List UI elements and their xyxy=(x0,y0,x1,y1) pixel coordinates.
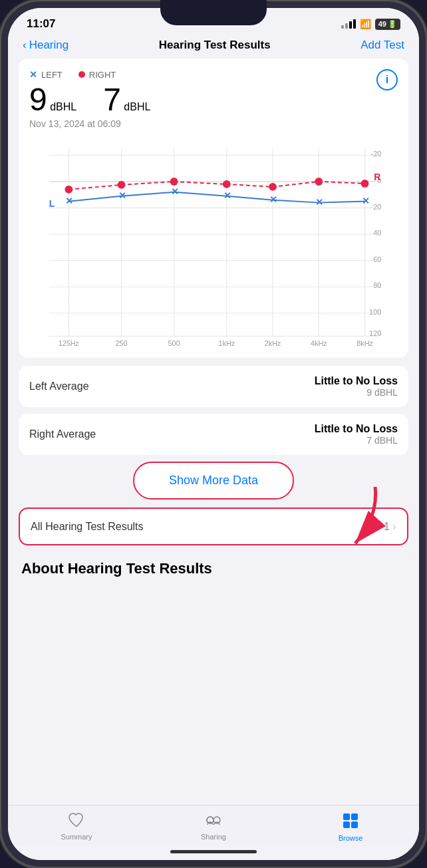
phone-screen: 11:07 📶 49 🔋 ‹ Hearing H xyxy=(8,8,419,860)
about-section: About Hearing Test Results xyxy=(19,553,408,577)
legend-right-label: RIGHT xyxy=(89,70,116,80)
nav-back-label: Hearing xyxy=(29,39,69,52)
about-title: About Hearing Test Results xyxy=(21,560,406,577)
add-test-button[interactable]: Add Test xyxy=(360,39,404,52)
legend: ✕ LEFT RIGHT xyxy=(29,69,398,80)
svg-text:80: 80 xyxy=(373,281,381,289)
svg-text:✕: ✕ xyxy=(223,190,231,201)
svg-point-30 xyxy=(65,186,72,194)
right-average-row: Right Average Little to No Loss 7 dBHL xyxy=(19,414,408,455)
tab-bar: Summary Sharing xyxy=(8,805,419,846)
chart-svg: -20 0 20 40 60 80 100 120 xyxy=(29,134,398,347)
wifi-icon: 📶 xyxy=(360,19,371,29)
status-icons: 📶 49 🔋 xyxy=(341,19,400,30)
notch xyxy=(160,0,267,25)
info-button[interactable]: i xyxy=(376,69,398,90)
left-value-group: 9 dBHL xyxy=(29,84,76,116)
legend-left-label: LEFT xyxy=(41,70,63,80)
tab-browse-label: Browse xyxy=(339,834,363,842)
svg-text:✕: ✕ xyxy=(118,190,126,201)
tab-browse[interactable]: Browse xyxy=(282,812,419,842)
scroll-content: ✕ LEFT RIGHT 9 dBHL 7 xyxy=(8,59,419,805)
legend-right: RIGHT xyxy=(78,69,116,80)
heart-icon xyxy=(68,812,85,831)
right-dot-icon xyxy=(78,71,85,78)
svg-point-34 xyxy=(269,183,277,191)
left-avg-values: Little to No Loss 9 dBHL xyxy=(315,375,398,398)
svg-text:L: L xyxy=(49,198,55,209)
tab-sharing[interactable]: Sharing xyxy=(145,812,282,841)
values-row: 9 dBHL 7 dBHL xyxy=(29,84,398,116)
svg-text:125Hz: 125Hz xyxy=(59,339,80,347)
right-unit: dBHL xyxy=(124,101,150,112)
browse-icon xyxy=(342,812,359,832)
all-results-label: All Hearing Test Results xyxy=(31,521,144,533)
svg-text:100: 100 xyxy=(369,308,381,316)
left-marker-icon: ✕ xyxy=(29,69,37,80)
svg-text:60: 60 xyxy=(373,255,381,263)
right-avg-status: Little to No Loss xyxy=(315,423,398,435)
left-unit: dBHL xyxy=(50,101,76,112)
signal-icon xyxy=(341,19,356,29)
tab-summary[interactable]: Summary xyxy=(8,812,145,841)
right-value: 7 xyxy=(103,82,121,117)
svg-text:R: R xyxy=(374,172,380,182)
svg-text:✕: ✕ xyxy=(269,194,277,205)
svg-text:1kHz: 1kHz xyxy=(218,339,235,347)
right-avg-label: Right Average xyxy=(29,428,96,440)
right-avg-num: 7 dBHL xyxy=(315,435,398,446)
chevron-left-icon: ‹ xyxy=(23,39,27,52)
svg-point-36 xyxy=(361,180,369,188)
left-average-row: Left Average Little to No Loss 9 dBHL xyxy=(19,366,408,407)
home-indicator xyxy=(8,846,419,860)
nav-bar: ‹ Hearing Hearing Test Results Add Test xyxy=(8,33,419,59)
svg-text:-20: -20 xyxy=(371,150,382,158)
svg-point-32 xyxy=(170,178,178,186)
svg-text:✕: ✕ xyxy=(65,196,73,206)
svg-text:500: 500 xyxy=(168,339,180,347)
results-card: ✕ LEFT RIGHT 9 dBHL 7 xyxy=(19,59,408,358)
phone-frame: 11:07 📶 49 🔋 ‹ Hearing H xyxy=(0,0,427,868)
left-avg-status: Little to No Loss xyxy=(315,375,398,387)
svg-point-35 xyxy=(315,178,323,186)
svg-rect-50 xyxy=(343,813,350,820)
legend-left: ✕ LEFT xyxy=(29,69,63,80)
right-value-group: 7 dBHL xyxy=(103,84,150,116)
svg-text:✕: ✕ xyxy=(315,197,323,208)
svg-rect-52 xyxy=(343,821,350,828)
nav-back-button[interactable]: ‹ Hearing xyxy=(23,39,69,52)
svg-text:40: 40 xyxy=(373,229,381,237)
show-more-data-button[interactable]: Show More Data xyxy=(133,462,294,500)
svg-text:4kHz: 4kHz xyxy=(311,339,327,347)
right-avg-values: Little to No Loss 7 dBHL xyxy=(315,423,398,446)
tab-sharing-label: Sharing xyxy=(201,833,226,841)
status-time: 11:07 xyxy=(27,17,55,31)
home-bar xyxy=(170,850,257,853)
svg-point-33 xyxy=(223,180,231,188)
svg-text:2kHz: 2kHz xyxy=(265,339,281,347)
tab-summary-label: Summary xyxy=(61,833,92,841)
result-date: Nov 13, 2024 at 06:09 xyxy=(29,118,398,129)
left-avg-label: Left Average xyxy=(29,380,89,392)
annotation-arrow xyxy=(315,480,395,553)
svg-text:250: 250 xyxy=(115,339,127,347)
svg-text:8kHz: 8kHz xyxy=(356,339,373,347)
audiogram-chart: -20 0 20 40 60 80 100 120 xyxy=(29,134,398,347)
svg-rect-51 xyxy=(351,813,358,820)
left-value: 9 xyxy=(29,82,47,117)
svg-text:✕: ✕ xyxy=(362,196,370,206)
left-avg-num: 9 dBHL xyxy=(315,387,398,398)
svg-text:20: 20 xyxy=(373,203,381,211)
svg-point-31 xyxy=(118,181,126,189)
svg-text:✕: ✕ xyxy=(171,186,179,197)
sharing-icon xyxy=(204,812,223,831)
svg-rect-53 xyxy=(351,821,358,828)
page-title: Hearing Test Results xyxy=(159,39,271,52)
battery-icon: 49 🔋 xyxy=(375,19,400,30)
